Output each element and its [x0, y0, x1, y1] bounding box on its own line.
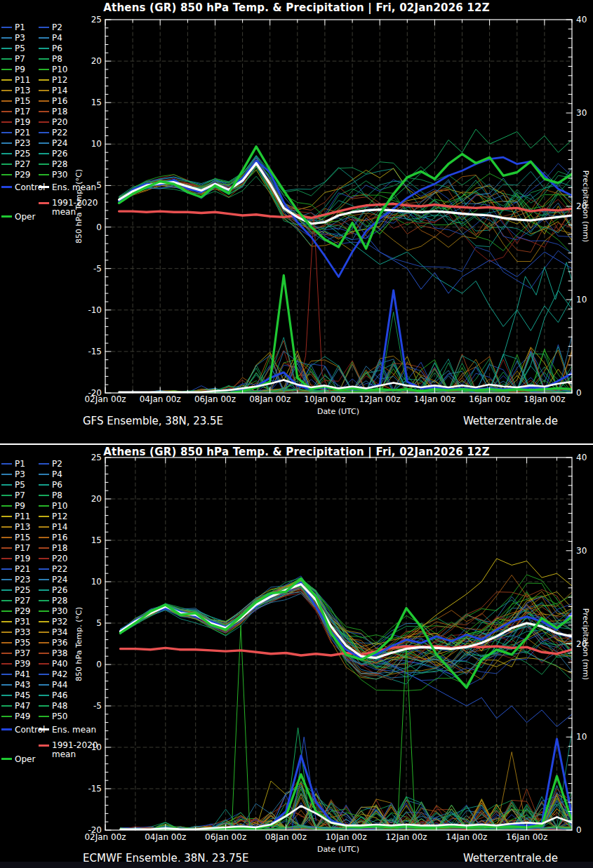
temp-tick-label: -15	[69, 784, 102, 794]
x-axis-label: Date (UTC)	[268, 845, 408, 854]
x-tick-label: 18Jan 00z	[515, 394, 574, 404]
member-temp-line	[376, 656, 572, 726]
precip-tick-label: 0	[576, 388, 593, 398]
precip-tick-label: 20	[576, 201, 593, 211]
x-tick-label: 02Jan 00z	[76, 394, 135, 404]
temp-tick-label: 15	[69, 98, 102, 107]
x-tick-label: 10Jan 00z	[295, 394, 354, 404]
temp-tick-label: -5	[69, 264, 102, 274]
model-caption: GFS Ensemble, 38N, 23.5E	[83, 415, 223, 427]
temp-tick-label: 25	[69, 15, 102, 25]
precip-tick-label: 10	[576, 732, 593, 742]
ecmwf-panel: Athens (GR) 850 hPa Temp. & Precipitatio…	[0, 445, 593, 862]
x-tick-label: 04Jan 00z	[136, 832, 195, 842]
precip-tick-label: 0	[576, 825, 593, 835]
temp-tick-label: 15	[69, 535, 102, 545]
temp-tick-label: 10	[69, 139, 102, 149]
temp-tick-label: 0	[69, 222, 102, 232]
temp-tick-label: -10	[69, 742, 102, 752]
x-axis-label: Date (UTC)	[268, 407, 408, 416]
x-tick-label: 10Jan 00z	[317, 832, 375, 842]
precip-tick-label: 10	[576, 295, 593, 305]
window-edge-strip	[0, 862, 593, 868]
plot-frame	[105, 20, 572, 393]
temp-tick-label: 10	[69, 577, 102, 587]
x-tick-label: 06Jan 00z	[185, 394, 244, 404]
x-tick-label: 08Jan 00z	[241, 394, 300, 404]
wetterzentrale-ensemble-page: Athens (GR) 850 hPa Temp. & Precipitatio…	[0, 0, 593, 868]
site-credit: Wetterzentrale.de	[418, 415, 558, 427]
ecmwf-plot	[0, 445, 593, 862]
temp-tick-label: -15	[69, 347, 102, 356]
precip-tick-label: 40	[576, 15, 593, 25]
temp-tick-label: -5	[69, 701, 102, 711]
temp-tick-label: 25	[69, 453, 102, 462]
member-precip-line	[119, 338, 572, 393]
x-tick-label: 14Jan 00z	[437, 832, 496, 842]
gfs-panel: Athens (GR) 850 hPa Temp. & Precipitatio…	[0, 0, 593, 443]
oper-precip-line	[119, 275, 572, 393]
precip-tick-label: 40	[576, 453, 593, 462]
temp-tick-label: 5	[69, 180, 102, 190]
precip-tick-label: 30	[576, 546, 593, 556]
x-tick-label: 04Jan 00z	[131, 394, 189, 404]
x-tick-label: 12Jan 00z	[350, 394, 409, 404]
precip-tick-label: 30	[576, 108, 593, 118]
x-tick-label: 06Jan 00z	[196, 832, 255, 842]
temp-tick-label: 0	[69, 660, 102, 669]
x-tick-label: 16Jan 00z	[460, 394, 519, 404]
temp-tick-label: 20	[69, 56, 102, 66]
temp-tick-label: 5	[69, 618, 102, 628]
x-tick-label: 08Jan 00z	[256, 832, 315, 842]
temp-tick-label: 20	[69, 494, 102, 504]
temp-tick-label: -10	[69, 305, 102, 315]
x-tick-label: 14Jan 00z	[405, 394, 464, 404]
x-tick-label: 02Jan 00z	[76, 832, 135, 842]
x-tick-label: 16Jan 00z	[498, 832, 557, 842]
member-temp-line	[119, 167, 572, 234]
member-temp-line	[119, 164, 572, 230]
oper-temp-line	[119, 147, 572, 248]
x-tick-label: 12Jan 00z	[377, 832, 436, 842]
precip-tick-label: 20	[576, 639, 593, 649]
member-precip-line	[232, 625, 250, 830]
